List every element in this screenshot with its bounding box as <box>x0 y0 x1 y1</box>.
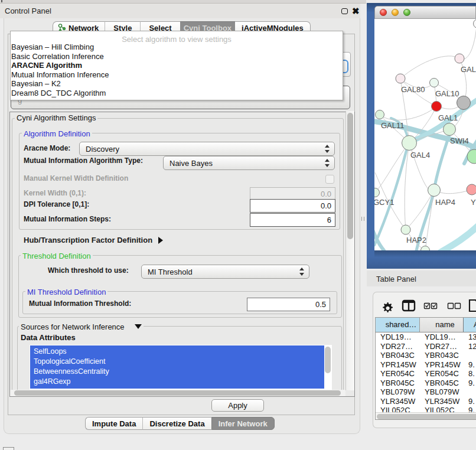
svg-text:GAL1: GAL1 <box>438 113 458 122</box>
svg-text:HAP2: HAP2 <box>406 236 426 244</box>
svg-text:GAL10: GAL10 <box>435 89 459 98</box>
svg-text:GAL: GAL <box>461 65 476 74</box>
svg-text:GAL11: GAL11 <box>381 121 405 130</box>
svg-text:GAL80: GAL80 <box>401 85 425 94</box>
svg-text:HAP4: HAP4 <box>435 198 455 207</box>
svg-text:GCY1: GCY1 <box>374 198 394 207</box>
svg-text:GAL4: GAL4 <box>410 151 430 159</box>
svg-text:Y: Y <box>471 198 476 207</box>
svg-text:SWI4: SWI4 <box>450 136 469 145</box>
